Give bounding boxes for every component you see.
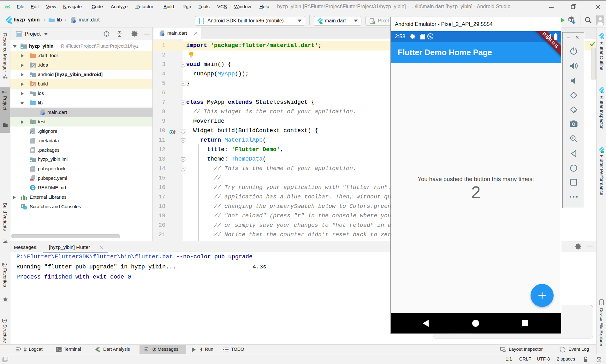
svg-text:YML: YML <box>30 179 34 181</box>
